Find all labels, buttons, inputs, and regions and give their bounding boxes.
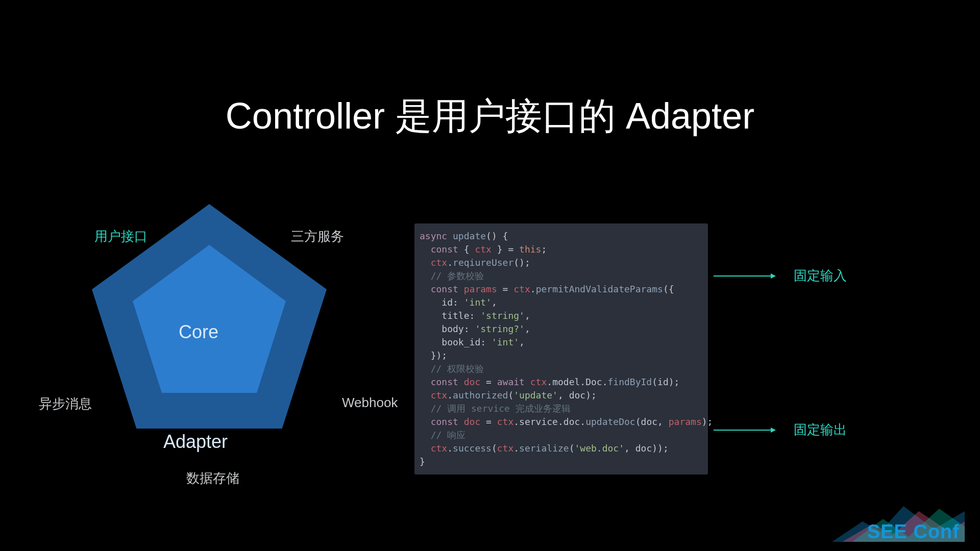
adapter-label: Adapter [163,431,228,453]
architecture-diagram: Core Adapter 用户接口 三方服务 异步消息 Webhook 数据存储 [36,194,383,510]
pentagon-inner [133,245,286,393]
annotation-fixed-input: 固定输入 [794,267,847,285]
pentagon-inner-icon [133,245,286,393]
slide-title: Controller 是用户接口的 Adapter [0,92,980,141]
label-async-message: 异步消息 [39,395,92,413]
svg-marker-1 [133,245,286,393]
code-snippet: async update() { const { ctx } = this; c… [414,223,708,474]
core-label: Core [179,321,218,343]
footer-brand-text: SEE Conf [867,521,960,543]
label-data-store: 数据存储 [186,469,239,487]
arrow-input [714,276,775,277]
label-user-interface: 用户接口 [94,228,148,245]
label-third-party: 三方服务 [291,228,344,245]
annotation-fixed-output: 固定输出 [794,421,847,439]
arrow-output [714,430,775,431]
label-webhook: Webhook [342,395,398,411]
